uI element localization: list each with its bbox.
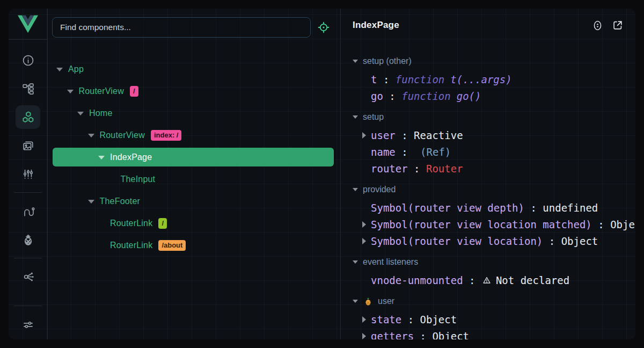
inspector-row[interactable]: Symbol(router view depth) : undefined bbox=[353, 199, 635, 216]
sidebar-item-component-tree[interactable] bbox=[16, 77, 40, 100]
tree-node-home[interactable]: Home bbox=[53, 102, 334, 124]
inspector-row[interactable]: name : (Ref) bbox=[353, 143, 635, 160]
inspector-row[interactable]: state : Object bbox=[353, 311, 635, 328]
component-tree: AppRouterView/HomeRouterViewindex: /Inde… bbox=[48, 50, 340, 339]
tree-node-theinput[interactable]: TheInput bbox=[53, 168, 334, 190]
caret-down-icon[interactable] bbox=[98, 155, 104, 160]
assets-icon bbox=[21, 139, 35, 153]
route-badge: / bbox=[130, 86, 138, 97]
caret-down-icon[interactable] bbox=[77, 111, 83, 115]
key-value-separator: : bbox=[396, 129, 414, 141]
tree-node-label: Home bbox=[89, 108, 112, 118]
sidebar-item-info[interactable] bbox=[16, 48, 40, 72]
sidebar-item-assets[interactable] bbox=[16, 134, 40, 157]
inspector-row[interactable]: user : Reactive bbox=[353, 127, 635, 143]
timeline-icon bbox=[21, 168, 35, 181]
caret-right-icon[interactable] bbox=[361, 132, 368, 139]
key-value-separator: : bbox=[377, 74, 395, 85]
section-header-setup-other-[interactable]: setup (other) bbox=[353, 52, 635, 71]
caret-spacer bbox=[361, 76, 368, 83]
sidebar-item-components[interactable] bbox=[16, 105, 40, 129]
inspector-row[interactable]: vnode-unmounted : Not declared bbox=[353, 272, 635, 288]
inspector-section: setupuser : Reactivename : (Ref)router :… bbox=[353, 107, 635, 177]
tree-node-label: IndexPage bbox=[110, 153, 152, 162]
sidebar-divider bbox=[14, 258, 42, 258]
inspector-row[interactable]: getters : Object bbox=[353, 328, 635, 339]
section-header-provided[interactable]: provided bbox=[353, 180, 635, 199]
property-value: Not declared bbox=[496, 274, 569, 286]
route-badge: / bbox=[158, 218, 167, 229]
property-value: Reactive bbox=[414, 129, 463, 141]
devtools-window: AppRouterView/HomeRouterViewindex: /Inde… bbox=[9, 9, 635, 339]
property-value: function bbox=[401, 90, 451, 102]
key-value-separator: : bbox=[463, 274, 481, 286]
inspector-body: setup (other)t : functiont(...args)go : … bbox=[341, 42, 635, 339]
sidebar-item-settings[interactable] bbox=[16, 313, 40, 336]
key-value-separator: : bbox=[383, 90, 401, 102]
inspector-row[interactable]: router : Router bbox=[353, 160, 635, 177]
sidebar-item-timeline[interactable] bbox=[16, 162, 40, 186]
sidebar-item-router[interactable] bbox=[16, 199, 40, 223]
section-header-event-listeners[interactable]: event listeners bbox=[353, 252, 635, 272]
open-in-editor-button[interactable] bbox=[612, 19, 624, 31]
section-header-user[interactable]: user bbox=[353, 292, 635, 311]
tree-node-label: RouterLink bbox=[110, 241, 152, 250]
caret-right-icon[interactable] bbox=[361, 238, 368, 244]
key-value-separator: : bbox=[414, 330, 432, 340]
inspector-section: providedSymbol(router view depth) : unde… bbox=[353, 180, 635, 249]
route-badge: index: / bbox=[151, 130, 182, 141]
property-value: t(...args) bbox=[450, 74, 511, 85]
tree-node-routerlink[interactable]: RouterLink/about bbox=[53, 234, 334, 256]
property-value: undefined bbox=[543, 202, 598, 214]
key-value-separator: : bbox=[396, 146, 414, 158]
vue-logo bbox=[9, 9, 47, 40]
section-label: user bbox=[378, 296, 394, 306]
section-header-setup[interactable]: setup bbox=[353, 107, 635, 127]
tree-node-indexpage[interactable]: IndexPage bbox=[53, 148, 334, 166]
section-label: setup bbox=[363, 112, 384, 122]
tree-node-label: App bbox=[68, 64, 84, 74]
inspector-row[interactable]: Symbol(router view location) : Object bbox=[353, 233, 635, 249]
caret-down-icon[interactable] bbox=[56, 67, 62, 71]
property-key: user bbox=[371, 129, 396, 141]
property-key: state bbox=[371, 314, 401, 325]
route-badge: /about bbox=[158, 240, 186, 251]
caret-right-icon[interactable] bbox=[361, 333, 368, 339]
tree-node-label: RouterView bbox=[100, 130, 145, 140]
router-icon bbox=[21, 205, 35, 218]
inspector-row[interactable]: go : functiongo() bbox=[353, 88, 635, 104]
caret-down-icon bbox=[353, 59, 358, 63]
open-in-editor-icon bbox=[612, 19, 624, 31]
tree-node-routerview[interactable]: RouterViewindex: / bbox=[53, 124, 334, 146]
target-icon bbox=[317, 21, 330, 34]
search-input[interactable] bbox=[53, 23, 310, 32]
tree-node-routerview[interactable]: RouterView/ bbox=[53, 80, 334, 102]
caret-down-icon bbox=[353, 187, 358, 192]
caret-down-icon[interactable] bbox=[67, 89, 72, 93]
property-value: Object bbox=[420, 314, 457, 325]
caret-right-icon[interactable] bbox=[361, 221, 368, 228]
caret-down-icon bbox=[353, 299, 358, 303]
tree-node-thefooter[interactable]: TheFooter bbox=[53, 190, 334, 212]
sidebar-item-pinia[interactable] bbox=[16, 228, 40, 251]
caret-right-icon[interactable] bbox=[361, 316, 368, 323]
caret-spacer bbox=[361, 205, 368, 211]
inspector-header-buttons bbox=[591, 19, 624, 32]
tree-node-label: RouterView bbox=[79, 86, 124, 96]
tree-node-routerlink[interactable]: RouterLink/ bbox=[53, 212, 334, 234]
inspector-title: IndexPage bbox=[353, 20, 399, 31]
property-value: Object bbox=[610, 219, 635, 230]
inspector-row[interactable]: t : functiont(...args) bbox=[353, 71, 635, 88]
tree-node-app[interactable]: App bbox=[53, 58, 334, 80]
caret-down-icon bbox=[353, 260, 358, 264]
pinia-icon bbox=[21, 233, 35, 247]
tree-node-label: RouterLink bbox=[110, 219, 152, 228]
locate-component-button[interactable] bbox=[313, 17, 334, 38]
scroll-to-component-button[interactable] bbox=[591, 19, 604, 32]
inspector-row[interactable]: Symbol(router view location matched) : O… bbox=[353, 216, 635, 233]
caret-down-icon[interactable] bbox=[88, 133, 93, 137]
sidebar-divider bbox=[14, 192, 42, 193]
caret-spacer bbox=[361, 165, 368, 172]
sidebar-item-graph[interactable] bbox=[16, 265, 40, 288]
caret-down-icon[interactable] bbox=[88, 199, 93, 204]
